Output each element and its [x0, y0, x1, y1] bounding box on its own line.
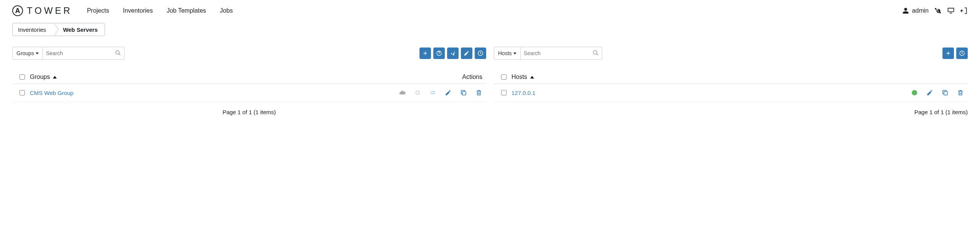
portal-icon[interactable]: [947, 7, 955, 15]
nav-inventories[interactable]: Inventories: [123, 7, 153, 14]
user-icon: [902, 7, 910, 15]
hosts-panel: Hosts Hosts 127: [494, 47, 968, 122]
groups-col-name-label: Groups: [30, 74, 50, 80]
breadcrumb-parent[interactable]: Inventories: [13, 23, 54, 36]
hosts-filter-button[interactable]: Hosts: [494, 47, 521, 59]
groups-schedule-button[interactable]: [475, 48, 486, 59]
groups-toolbar: Groups: [12, 47, 486, 60]
host-row-actions: [911, 89, 965, 96]
group-name-link[interactable]: CMS Web Group: [30, 90, 74, 96]
nav-jobs[interactable]: Jobs: [220, 7, 233, 14]
edit-icon[interactable]: [445, 89, 452, 96]
breadcrumb: Inventories Web Servers: [12, 23, 105, 36]
groups-help-button[interactable]: [433, 48, 445, 59]
delete-icon[interactable]: [957, 89, 964, 96]
groups-select-all[interactable]: [20, 74, 25, 80]
groups-search-input[interactable]: [46, 47, 115, 59]
groups-table-head: Groups Actions: [12, 70, 486, 84]
groups-col-actions: Actions: [462, 74, 484, 80]
svg-rect-4: [462, 92, 466, 95]
host-name-link[interactable]: 127.0.0.1: [511, 90, 536, 96]
hosts-col-name[interactable]: Hosts: [511, 74, 534, 80]
logo-text: TOWER: [27, 5, 72, 16]
logout-icon[interactable]: [960, 7, 968, 15]
breadcrumb-current: Web Servers: [54, 23, 105, 36]
logo-icon: A: [12, 5, 23, 16]
app-header: A TOWER Projects Inventories Job Templat…: [0, 0, 980, 21]
hosts-search-input[interactable]: [524, 47, 593, 59]
logo[interactable]: A TOWER: [12, 5, 72, 16]
nav-projects[interactable]: Projects: [87, 7, 109, 14]
header-right: admin: [902, 7, 968, 15]
hosts-pager: Page 1 of 1 (1 items): [494, 102, 968, 122]
hosts-col-name-label: Hosts: [511, 74, 527, 80]
sync-status-icon[interactable]: [414, 89, 421, 96]
breadcrumb-wrap: Inventories Web Servers: [0, 23, 980, 36]
cloud-icon[interactable]: [399, 89, 406, 96]
svg-point-3: [416, 91, 419, 94]
hosts-schedule-button[interactable]: [956, 48, 968, 59]
main-nav: Projects Inventories Job Templates Jobs: [87, 7, 233, 14]
groups-run-button[interactable]: [447, 48, 459, 59]
hosts-search-combo: Hosts: [494, 47, 602, 60]
groups-search-combo: Groups: [12, 47, 125, 60]
user-menu[interactable]: admin: [902, 7, 929, 15]
sync-icon[interactable]: [429, 89, 436, 96]
delete-icon[interactable]: [475, 89, 482, 96]
panels: Groups Groups: [0, 36, 980, 122]
caret-down-icon: [36, 52, 39, 54]
setup-icon[interactable]: [934, 7, 942, 15]
group-row-actions: [399, 89, 484, 96]
copy-icon[interactable]: [460, 89, 467, 96]
groups-filter-label: Groups: [16, 50, 34, 56]
groups-pager: Page 1 of 1 (1 items): [12, 102, 486, 122]
sort-asc-icon: [53, 76, 57, 79]
svg-rect-7: [944, 92, 947, 95]
username-label: admin: [912, 7, 929, 14]
caret-down-icon: [513, 52, 516, 54]
svg-point-0: [116, 51, 119, 54]
groups-filter-button[interactable]: Groups: [13, 47, 43, 59]
sort-asc-icon: [530, 76, 534, 79]
hosts-filter-label: Hosts: [498, 50, 512, 56]
hosts-add-button[interactable]: [942, 48, 954, 59]
hosts-toolbar: Hosts: [494, 47, 968, 60]
groups-search-wrap: [43, 47, 124, 59]
groups-panel: Groups Groups: [12, 47, 486, 122]
svg-point-5: [593, 51, 597, 54]
nav-job-templates[interactable]: Job Templates: [167, 7, 206, 14]
copy-icon[interactable]: [942, 89, 949, 96]
search-icon[interactable]: [593, 50, 599, 57]
groups-col-name[interactable]: Groups: [30, 74, 57, 80]
hosts-select-all[interactable]: [501, 74, 506, 80]
search-icon[interactable]: [115, 50, 121, 57]
edit-icon[interactable]: [926, 89, 933, 96]
group-row-checkbox[interactable]: [20, 90, 25, 95]
table-row: CMS Web Group: [12, 84, 486, 102]
hosts-table-head: Hosts: [494, 70, 968, 84]
host-row-checkbox[interactable]: [501, 90, 506, 95]
status-dot-icon[interactable]: [911, 89, 918, 96]
groups-edit-button[interactable]: [461, 48, 472, 59]
hosts-search-wrap: [521, 47, 602, 59]
table-row: 127.0.0.1: [494, 84, 968, 102]
groups-add-button[interactable]: [420, 48, 431, 59]
